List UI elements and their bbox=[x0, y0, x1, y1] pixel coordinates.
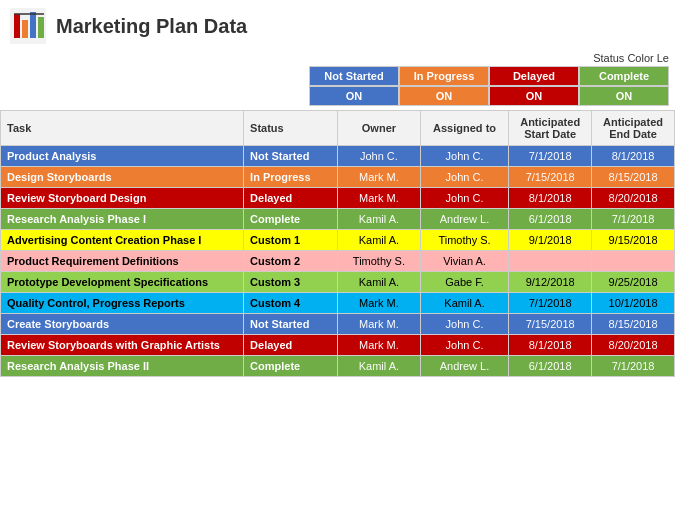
svg-rect-2 bbox=[22, 20, 28, 38]
table-row: Design StoryboardsIn ProgressMark M.John… bbox=[1, 167, 675, 188]
legend-complete: Complete bbox=[579, 66, 669, 86]
col-header-task: Task bbox=[1, 111, 244, 146]
legend-dl-on: ON bbox=[489, 86, 579, 106]
table-row: Advertising Content Creation Phase ICust… bbox=[1, 230, 675, 251]
cell-task: Design Storyboards bbox=[1, 167, 244, 188]
cell-end: 8/15/2018 bbox=[592, 167, 675, 188]
data-table-wrapper: Task Status Owner Assigned to Anticipate… bbox=[0, 110, 675, 377]
cell-status: In Progress bbox=[244, 167, 338, 188]
table-row: Product Requirement DefinitionsCustom 2T… bbox=[1, 251, 675, 272]
cell-task: Research Analysis Phase I bbox=[1, 209, 244, 230]
legend-ip-on: ON bbox=[399, 86, 489, 106]
cell-end: 7/1/2018 bbox=[592, 209, 675, 230]
cell-task: Review Storyboards with Graphic Artists bbox=[1, 335, 244, 356]
svg-rect-4 bbox=[38, 17, 44, 38]
table-body: Product AnalysisNot StartedJohn C.John C… bbox=[1, 146, 675, 377]
svg-rect-3 bbox=[30, 12, 36, 38]
cell-task: Review Storyboard Design bbox=[1, 188, 244, 209]
legend-on-row: ON ON ON ON bbox=[309, 86, 669, 106]
cell-task: Research Analysis Phase II bbox=[1, 356, 244, 377]
table-row: Review Storyboard DesignDelayedMark M.Jo… bbox=[1, 188, 675, 209]
cell-task: Prototype Development Specifications bbox=[1, 272, 244, 293]
cell-start: 6/1/2018 bbox=[509, 209, 592, 230]
cell-owner: Kamil A. bbox=[337, 209, 420, 230]
legend-title: Status Color Le bbox=[593, 52, 669, 64]
cell-owner: Mark M. bbox=[337, 293, 420, 314]
cell-task: Product Analysis bbox=[1, 146, 244, 167]
cell-owner: Mark M. bbox=[337, 188, 420, 209]
cell-status: Complete bbox=[244, 209, 338, 230]
table-row: Create StoryboardsNot StartedMark M.John… bbox=[1, 314, 675, 335]
table-row: Research Analysis Phase ICompleteKamil A… bbox=[1, 209, 675, 230]
cell-assigned: Vivian A. bbox=[420, 251, 508, 272]
cell-end: 9/15/2018 bbox=[592, 230, 675, 251]
cell-assigned: Kamil A. bbox=[420, 293, 508, 314]
col-header-assigned: Assigned to bbox=[420, 111, 508, 146]
legend-label-row: Not Started In Progress Delayed Complete bbox=[309, 66, 669, 86]
cell-task: Create Storyboards bbox=[1, 314, 244, 335]
cell-end: 9/25/2018 bbox=[592, 272, 675, 293]
legend-cp-on: ON bbox=[579, 86, 669, 106]
cell-assigned: Timothy S. bbox=[420, 230, 508, 251]
cell-end: 8/20/2018 bbox=[592, 188, 675, 209]
table-row: Product AnalysisNot StartedJohn C.John C… bbox=[1, 146, 675, 167]
cell-status: Not Started bbox=[244, 314, 338, 335]
cell-owner: Timothy S. bbox=[337, 251, 420, 272]
cell-assigned: John C. bbox=[420, 335, 508, 356]
cell-status: Delayed bbox=[244, 335, 338, 356]
legend-in-progress: In Progress bbox=[399, 66, 489, 86]
cell-owner: Kamil A. bbox=[337, 272, 420, 293]
cell-status: Complete bbox=[244, 356, 338, 377]
cell-status: Custom 4 bbox=[244, 293, 338, 314]
cell-start: 9/1/2018 bbox=[509, 230, 592, 251]
cell-start: 8/1/2018 bbox=[509, 335, 592, 356]
cell-end: 8/15/2018 bbox=[592, 314, 675, 335]
table-header-row: Task Status Owner Assigned to Anticipate… bbox=[1, 111, 675, 146]
cell-assigned: Andrew L. bbox=[420, 356, 508, 377]
table-row: Quality Control, Progress ReportsCustom … bbox=[1, 293, 675, 314]
table-row: Review Storyboards with Graphic ArtistsD… bbox=[1, 335, 675, 356]
legend-not-started: Not Started bbox=[309, 66, 399, 86]
cell-start: 9/12/2018 bbox=[509, 272, 592, 293]
col-header-end: AnticipatedEnd Date bbox=[592, 111, 675, 146]
legend-ns-on: ON bbox=[309, 86, 399, 106]
cell-assigned: Gabe F. bbox=[420, 272, 508, 293]
cell-start: 8/1/2018 bbox=[509, 188, 592, 209]
cell-status: Not Started bbox=[244, 146, 338, 167]
col-header-start: AnticipatedStart Date bbox=[509, 111, 592, 146]
cell-end: 10/1/2018 bbox=[592, 293, 675, 314]
cell-assigned: John C. bbox=[420, 146, 508, 167]
cell-task: Quality Control, Progress Reports bbox=[1, 293, 244, 314]
app-icon bbox=[10, 8, 46, 44]
table-row: Research Analysis Phase IICompleteKamil … bbox=[1, 356, 675, 377]
cell-status: Custom 1 bbox=[244, 230, 338, 251]
page-title: Marketing Plan Data bbox=[56, 15, 247, 38]
main-table: Task Status Owner Assigned to Anticipate… bbox=[0, 110, 675, 377]
top-area: Status Color Le Not Started In Progress … bbox=[0, 52, 675, 110]
cell-owner: Kamil A. bbox=[337, 356, 420, 377]
legend-container: Status Color Le Not Started In Progress … bbox=[309, 52, 673, 106]
cell-assigned: John C. bbox=[420, 167, 508, 188]
cell-end bbox=[592, 251, 675, 272]
cell-start: 6/1/2018 bbox=[509, 356, 592, 377]
cell-start: 7/15/2018 bbox=[509, 314, 592, 335]
cell-end: 7/1/2018 bbox=[592, 356, 675, 377]
cell-owner: Mark M. bbox=[337, 335, 420, 356]
cell-start: 7/1/2018 bbox=[509, 146, 592, 167]
cell-start bbox=[509, 251, 592, 272]
col-header-status: Status bbox=[244, 111, 338, 146]
cell-owner: Kamil A. bbox=[337, 230, 420, 251]
cell-owner: Mark M. bbox=[337, 167, 420, 188]
col-header-owner: Owner bbox=[337, 111, 420, 146]
table-row: Prototype Development SpecificationsCust… bbox=[1, 272, 675, 293]
cell-end: 8/20/2018 bbox=[592, 335, 675, 356]
cell-assigned: John C. bbox=[420, 314, 508, 335]
cell-assigned: Andrew L. bbox=[420, 209, 508, 230]
cell-assigned: John C. bbox=[420, 188, 508, 209]
cell-status: Custom 2 bbox=[244, 251, 338, 272]
cell-start: 7/1/2018 bbox=[509, 293, 592, 314]
cell-status: Delayed bbox=[244, 188, 338, 209]
cell-owner: Mark M. bbox=[337, 314, 420, 335]
svg-rect-1 bbox=[14, 14, 20, 38]
cell-start: 7/15/2018 bbox=[509, 167, 592, 188]
